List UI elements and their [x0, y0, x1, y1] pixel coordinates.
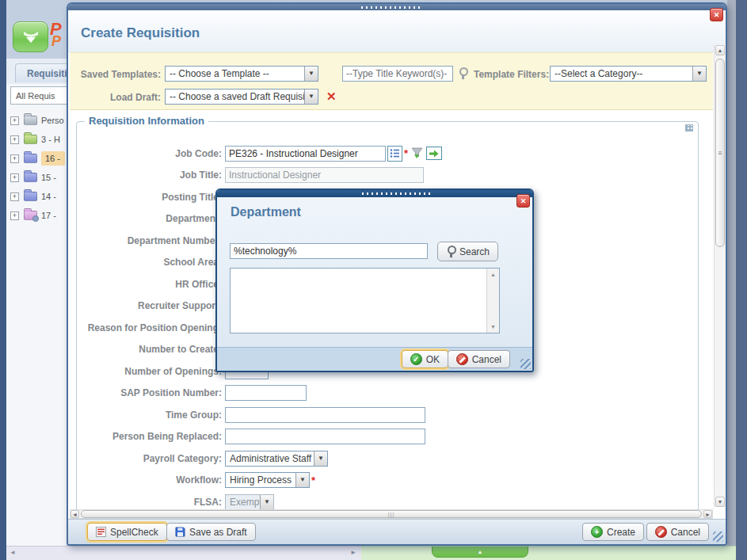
department-search-button[interactable]: Search	[437, 242, 498, 261]
form-row-workflow: Workflow: Hiring Process ▼ *	[77, 470, 698, 492]
up-arrow-icon: ▲	[478, 549, 483, 554]
list-icon	[390, 148, 400, 158]
department-search-input[interactable]	[230, 243, 428, 259]
requisition-filter-select[interactable]: All Requis	[10, 86, 67, 105]
template-filters-label: Template Filters:	[474, 69, 549, 80]
background-column	[727, 0, 736, 560]
template-filters-select[interactable]: --Select a Category-- ▼	[550, 66, 707, 82]
department-cancel-button[interactable]: Cancel	[448, 350, 510, 368]
save-as-draft-button[interactable]: Save as Draft	[166, 523, 256, 541]
scroll-left-icon[interactable]: ◄	[10, 549, 16, 556]
scroll-left-button[interactable]: ◄	[71, 510, 79, 518]
filter-funnel-icon[interactable]	[410, 147, 424, 160]
folder-icon	[24, 154, 37, 163]
scroll-up-button[interactable]: ▲	[715, 45, 725, 55]
left-arrow-icon: ◄	[72, 512, 78, 517]
tree-item-17[interactable]: + 17 -	[6, 206, 67, 225]
button-label: OK	[426, 354, 440, 365]
payroll-category-select[interactable]: Administrative Staff ▼	[225, 451, 328, 467]
brand-logo-fragment: P P	[50, 19, 67, 54]
page-horizontal-scrollbar[interactable]: ◄ ►	[6, 546, 361, 560]
dropdown-button[interactable]: ▼	[314, 451, 327, 466]
scroll-right-button[interactable]: ►	[703, 510, 712, 518]
tree-item-personal[interactable]: + Perso	[6, 111, 67, 130]
close-dialog-button[interactable]: ✕	[710, 8, 723, 21]
field-label: Reason for Position Opening:	[77, 322, 222, 333]
field-label: Payroll Category:	[77, 453, 222, 464]
transfer-arrow-icon[interactable]	[426, 147, 442, 160]
dialog-header: Create Requisition	[68, 10, 726, 52]
horizontal-scroll-thumb[interactable]: |||	[81, 510, 702, 518]
expand-icon[interactable]: +	[10, 116, 19, 125]
down-arrow-icon: ▼	[718, 499, 723, 505]
filter-value: All Requis	[16, 91, 55, 101]
scroll-down-button[interactable]: ▼	[488, 322, 498, 332]
form-row-flsa: FLSA: Exempt ▼	[77, 491, 698, 509]
expand-icon[interactable]: +	[10, 192, 19, 201]
dropdown-button[interactable]: ▼	[692, 67, 706, 81]
time-group-input[interactable]	[225, 407, 425, 423]
collapse-panel-button[interactable]	[13, 21, 48, 52]
person-being-replaced-input[interactable]	[225, 429, 425, 444]
expand-icon[interactable]: +	[10, 154, 19, 163]
screen: P P Requisiti All Requis + Perso + 3 - H…	[0, 0, 747, 560]
up-arrow-icon: ▲	[490, 272, 496, 277]
create-button[interactable]: + Create	[582, 523, 644, 541]
button-label: Save as Draft	[189, 527, 247, 538]
tree-item-14[interactable]: + 14 -	[6, 187, 67, 206]
load-draft-label: Load Draft:	[70, 92, 161, 103]
search-icon	[446, 246, 455, 257]
saved-templates-label: Saved Templates:	[70, 69, 161, 80]
job-code-input[interactable]	[225, 146, 386, 162]
dropdown-button: ▼	[260, 495, 273, 509]
expand-bottom-panel-tab[interactable]: ▲	[432, 547, 528, 558]
spellcheck-button[interactable]: SpellCheck	[87, 523, 167, 541]
workflow-select[interactable]: Hiring Process ▼	[225, 472, 310, 488]
department-results-listbox[interactable]: ▲ ▼	[230, 268, 500, 333]
resize-handle[interactable]	[713, 531, 723, 542]
listbox-scrollbar[interactable]: ▲ ▼	[486, 269, 499, 333]
ok-button[interactable]: ✓ OK	[402, 350, 448, 368]
dialog-title-bar[interactable]	[68, 4, 726, 10]
search-icon[interactable]	[458, 67, 467, 79]
tree-item-15[interactable]: + 15 -	[6, 168, 67, 187]
field-label: Number of Openings:	[77, 366, 222, 377]
logo-letter: P	[51, 33, 61, 50]
title-keyword-input[interactable]	[342, 66, 453, 82]
expand-icon[interactable]: +	[10, 173, 19, 182]
cancel-button[interactable]: Cancel	[646, 523, 709, 541]
scroll-up-button[interactable]: ▲	[488, 269, 498, 280]
field-label: Workflow:	[77, 474, 222, 486]
form-horizontal-scrollbar[interactable]: ◄ ► |||	[70, 509, 713, 519]
required-marker: *	[311, 474, 315, 486]
scroll-down-button[interactable]: ▼	[715, 497, 725, 507]
dropdown-button[interactable]: ▼	[295, 473, 309, 487]
dialog-title-bar[interactable]	[217, 190, 532, 197]
form-vertical-scrollbar[interactable]: ▲ ▼ ≡	[714, 45, 726, 507]
thumb-grip: |||	[388, 512, 394, 517]
clear-draft-icon[interactable]: ✕	[326, 90, 337, 104]
expand-icon[interactable]: +	[10, 135, 19, 144]
field-label: Number to Create:	[77, 344, 222, 355]
saved-templates-select[interactable]: -- Choose a Template -- ▼	[165, 66, 318, 82]
field-label: Job Code:	[77, 148, 222, 159]
requisition-tree: + Perso + 3 - H + 16 - + 15 - +	[6, 111, 67, 225]
close-department-dialog-button[interactable]: ✕	[516, 194, 530, 208]
tree-item-16-selected[interactable]: + 16 -	[6, 149, 67, 168]
job-code-lookup-button[interactable]	[387, 146, 402, 162]
dropdown-button[interactable]: ▼	[304, 67, 318, 81]
cancel-icon	[655, 526, 667, 538]
load-draft-select[interactable]: -- Choose a saved Draft Requisi ▼	[165, 89, 318, 105]
tab-requisitions[interactable]: Requisiti	[15, 63, 67, 82]
tab-label: Requisiti	[27, 68, 67, 79]
scroll-right-icon[interactable]: ►	[350, 549, 356, 556]
dropdown-button[interactable]: ▼	[304, 90, 318, 104]
vertical-scroll-thumb[interactable]: ≡	[715, 59, 725, 247]
expand-icon[interactable]: +	[10, 211, 19, 220]
folder-icon	[24, 211, 37, 220]
field-label: Time Group:	[77, 410, 222, 421]
tree-item-3[interactable]: + 3 - H	[6, 130, 67, 149]
field-label: SAP Position Number:	[77, 387, 222, 398]
resize-handle[interactable]	[520, 359, 531, 369]
sap-position-number-input[interactable]	[225, 385, 307, 401]
